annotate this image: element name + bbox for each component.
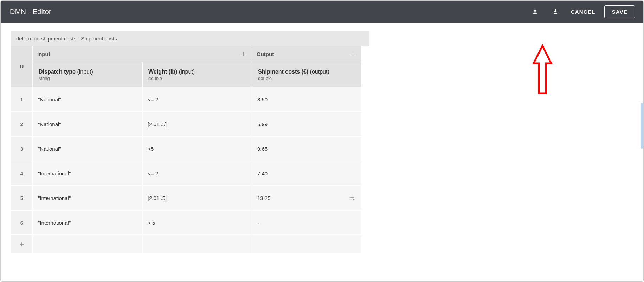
save-button[interactable]: SAVE	[604, 5, 635, 18]
row-number: 3	[11, 137, 32, 161]
download-button[interactable]	[549, 5, 562, 18]
column-name: Shipment costs (€)	[258, 69, 308, 75]
svg-rect-1	[554, 13, 557, 14]
cell-dispatch[interactable]: "National"	[33, 87, 142, 111]
upload-button[interactable]	[529, 5, 541, 18]
cell-weight[interactable]: <= 2	[143, 161, 252, 185]
cell-cost-value: 5.99	[257, 121, 268, 127]
row-number: 5	[11, 186, 32, 210]
svg-rect-3	[350, 197, 354, 198]
cell-dispatch[interactable]: "International"	[33, 186, 142, 210]
row-number: 1	[11, 87, 32, 111]
row-number: 2	[11, 112, 32, 136]
edit-list-icon	[349, 194, 356, 201]
cell-cost-value: 9.65	[257, 146, 268, 152]
cell-weight[interactable]: > 5	[143, 211, 252, 234]
column-header-cost[interactable]: Shipment costs (€) (output) double	[252, 62, 361, 87]
cell-cost-value: 7.40	[257, 170, 268, 176]
row-annotation-button[interactable]	[348, 194, 356, 202]
cell-dispatch[interactable]: "National"	[33, 137, 142, 161]
cell-cost[interactable]: 5.99	[252, 112, 361, 136]
input-group-label: Input	[37, 51, 50, 57]
cell-cost-value: -	[257, 220, 259, 226]
add-input-column-button[interactable]	[239, 50, 247, 58]
cell-dispatch[interactable]: "International"	[33, 211, 142, 234]
cell-cost-value: 3.50	[257, 96, 268, 102]
svg-rect-0	[533, 13, 537, 14]
app-title: DMN - Editor	[10, 8, 51, 16]
column-type: double	[148, 76, 246, 81]
cell-cost[interactable]: 3.50	[252, 87, 361, 111]
breadcrumb: determine shipment costs - Shipment cost…	[11, 31, 369, 46]
empty-cell	[252, 235, 361, 253]
download-icon	[552, 8, 559, 15]
row-number: 6	[11, 211, 32, 234]
column-name: Weight (lb)	[148, 69, 177, 75]
cell-cost[interactable]: 9.65	[252, 137, 361, 161]
hit-policy-cell[interactable]: U	[11, 46, 32, 87]
cell-weight[interactable]: >5	[143, 137, 252, 161]
cell-weight[interactable]: [2.01..5]	[143, 186, 252, 210]
column-type: string	[39, 76, 136, 81]
empty-cell	[143, 235, 252, 253]
cell-dispatch[interactable]: "National"	[33, 112, 142, 136]
svg-rect-4	[350, 199, 352, 200]
output-group-label: Output	[257, 51, 274, 57]
output-columns-header: Output	[252, 46, 361, 62]
plus-icon	[240, 50, 247, 57]
upload-icon	[532, 8, 539, 15]
input-columns-header: Input	[33, 46, 252, 62]
column-kind: (input)	[77, 69, 93, 75]
column-name: Dispatch type	[39, 69, 76, 75]
cell-dispatch[interactable]: "International"	[33, 161, 142, 185]
row-number: 4	[11, 161, 32, 185]
empty-cell	[33, 235, 142, 253]
column-kind: (output)	[310, 69, 329, 75]
dmn-table: determine shipment costs - Shipment cost…	[11, 31, 369, 253]
scrollbar[interactable]	[641, 103, 643, 149]
cell-weight[interactable]: <= 2	[143, 87, 252, 111]
column-type: double	[258, 76, 356, 81]
add-row-button[interactable]	[11, 235, 32, 253]
cell-cost[interactable]: -	[252, 211, 361, 234]
plus-icon	[349, 50, 356, 57]
plus-icon	[18, 241, 25, 248]
svg-rect-2	[350, 196, 354, 196]
cell-weight[interactable]: [2.01..5]	[143, 112, 252, 136]
topbar: DMN - Editor CANCEL SAVE	[1, 1, 643, 23]
cell-cost[interactable]: 7.40	[252, 161, 361, 185]
cell-cost[interactable]: 13.25	[252, 186, 361, 210]
add-output-column-button[interactable]	[349, 50, 357, 58]
cancel-button[interactable]: CANCEL	[569, 6, 597, 18]
cell-cost-value: 13.25	[257, 195, 271, 201]
column-header-dispatch[interactable]: Dispatch type (input) string	[33, 62, 142, 87]
column-header-weight[interactable]: Weight (lb) (input) double	[143, 62, 252, 87]
column-kind: (input)	[179, 69, 195, 75]
